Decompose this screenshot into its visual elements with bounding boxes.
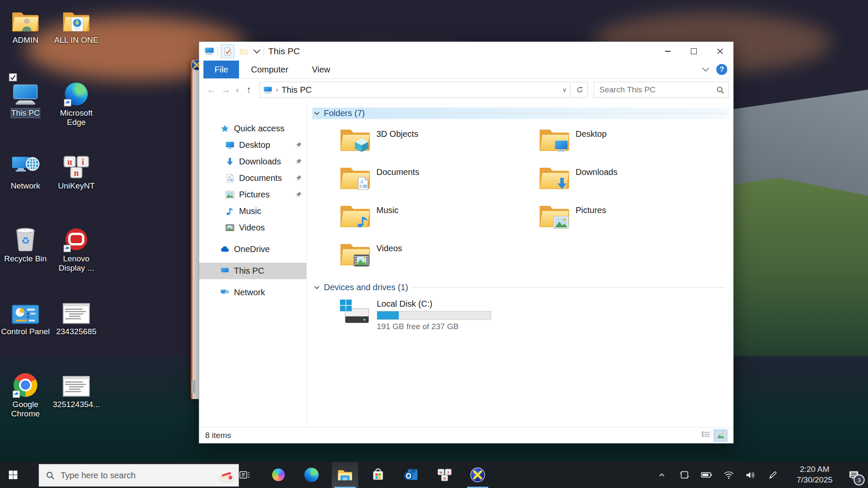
chevron-up-icon — [659, 473, 665, 477]
recent-locations-chevron[interactable]: ∨ — [234, 87, 241, 93]
nav-downloads[interactable]: Downloads — [199, 153, 306, 170]
microsoft-store-icon — [371, 468, 385, 482]
large-icons-view-button[interactable] — [714, 430, 727, 441]
desktop-icon-admin[interactable]: ADMIN — [0, 6, 51, 78]
nav-documents[interactable]: Documents — [199, 170, 306, 186]
expand-ribbon-chevron-icon[interactable] — [702, 67, 709, 72]
desktop-icon-lenovo-display[interactable]: Lenovo Display ... — [51, 224, 102, 297]
desktop-icon-network[interactable]: Network — [0, 151, 51, 224]
start-button[interactable] — [0, 462, 26, 488]
folder-tile-desktop[interactable]: Desktop — [512, 126, 711, 163]
taskbar-app-x[interactable] — [465, 462, 491, 488]
nav-quick-access[interactable]: Quick access — [199, 120, 306, 137]
background-window-scrollbar[interactable] — [192, 380, 195, 393]
explorer-search-input[interactable] — [598, 85, 716, 95]
taskbar-app-store[interactable] — [365, 462, 391, 488]
taskbar-clock[interactable]: 2:20 AM 7/30/2025 — [789, 462, 840, 488]
disk-free-text: 191 GB free of 237 GB — [377, 322, 491, 331]
back-button[interactable]: ← — [205, 84, 218, 95]
tab-computer[interactable]: Computer — [239, 61, 300, 78]
tab-view[interactable]: View — [300, 61, 342, 78]
desktop-icon-microsoft-edge[interactable]: Microsoft Edge — [51, 78, 102, 151]
wifi-icon — [723, 471, 734, 479]
folder-tile-pictures[interactable]: Pictures — [512, 202, 711, 239]
collapse-chevron-icon[interactable] — [314, 286, 320, 289]
computer-icon — [220, 266, 229, 275]
title-bar[interactable]: This PC — [199, 42, 733, 61]
drive-tile-local-disk-c[interactable]: Local Disk (C:) 191 GB free of 237 GB — [312, 299, 729, 331]
folder-tile-documents[interactable]: Documents — [312, 164, 512, 201]
desktop-icon-recycle-bin[interactable]: Recycle Bin — [0, 224, 51, 297]
ribbon-tabs: File Computer View ? — [199, 61, 733, 79]
forward-button[interactable]: → — [220, 84, 232, 95]
minimize-button[interactable] — [654, 42, 681, 61]
nav-this-pc[interactable]: This PC — [199, 263, 306, 279]
task-view-button[interactable] — [233, 462, 257, 488]
lenovo-display-icon — [64, 224, 88, 251]
breadcrumb-location[interactable]: This PC — [281, 85, 312, 95]
taskbar-app-unikey[interactable] — [431, 462, 458, 488]
pin-icon — [295, 158, 302, 165]
tray-volume[interactable] — [740, 462, 761, 488]
edge-logo-icon — [304, 468, 319, 482]
taskbar-search-box[interactable] — [39, 464, 239, 487]
tray-tablet-mode[interactable] — [674, 462, 695, 488]
refresh-button[interactable] — [572, 82, 588, 98]
selection-checkbox-icon — [9, 73, 17, 81]
battery-icon — [701, 471, 712, 478]
hard-drive-icon — [339, 299, 371, 327]
folder-tile-music[interactable]: Music — [312, 202, 512, 239]
help-button[interactable]: ? — [716, 64, 727, 75]
star-icon — [220, 124, 229, 133]
desktop-icon-unikeynt[interactable]: UniKeyNT — [51, 151, 102, 224]
maximize-button[interactable] — [681, 42, 707, 61]
desktop-icon-325124354[interactable]: 325124354... — [51, 370, 102, 443]
nav-videos[interactable]: Videos — [199, 219, 306, 236]
desktop-icon-control-panel[interactable]: Control Panel — [0, 297, 51, 370]
tab-file[interactable]: File — [203, 61, 239, 78]
taskbar-search-input[interactable] — [60, 470, 213, 481]
taskbar-app-file-explorer[interactable] — [332, 462, 358, 488]
copilot-button[interactable] — [266, 462, 291, 488]
tablet-rotation-icon — [679, 470, 690, 480]
desktop-icon-this-pc[interactable]: This PC — [0, 78, 51, 151]
folder-tile-videos[interactable]: Videos — [312, 240, 512, 277]
desktop-icon-234325685[interactable]: 234325685 — [51, 297, 102, 370]
folder-tile-downloads[interactable]: Downloads — [512, 164, 711, 201]
status-bar: 8 items — [199, 427, 733, 443]
nav-desktop[interactable]: Desktop — [199, 137, 306, 153]
collapse-chevron-icon[interactable] — [314, 111, 320, 115]
show-hidden-icons-button[interactable] — [651, 462, 672, 488]
group-header-devices[interactable]: Devices and drives (1) — [312, 282, 729, 293]
customize-toolbar-chevron-icon[interactable] — [253, 49, 261, 54]
edge-logo-icon — [65, 78, 88, 105]
shortcut-arrow-icon — [13, 391, 20, 398]
nav-onedrive[interactable]: OneDrive — [199, 241, 306, 258]
properties-button[interactable] — [221, 44, 234, 58]
clock-time: 2:20 AM — [800, 464, 829, 475]
nav-pictures[interactable]: Pictures — [199, 186, 306, 203]
tray-windows-ink[interactable] — [762, 462, 783, 488]
address-box[interactable]: › This PC ∨ — [259, 82, 570, 98]
windows-flag-icon — [339, 299, 352, 312]
outlook-icon — [403, 467, 419, 482]
keyboard-keys-icon — [63, 151, 89, 178]
nav-music[interactable]: Music — [199, 203, 306, 219]
tray-network[interactable] — [718, 462, 739, 488]
desktop-icon-google-chrome[interactable]: Google Chrome — [0, 370, 51, 443]
new-folder-button[interactable] — [237, 45, 250, 58]
tray-battery[interactable] — [696, 462, 717, 488]
group-header-folders[interactable]: Folders (7) — [312, 108, 729, 119]
nav-network[interactable]: Network — [199, 284, 306, 301]
desktop-icon-grid: ADMIN ALL IN ONE This PC Microsoft Edge … — [0, 6, 102, 443]
details-view-button[interactable] — [699, 430, 712, 441]
explorer-search-box[interactable] — [594, 82, 729, 98]
address-dropdown-chevron[interactable]: ∨ — [562, 86, 567, 93]
up-button[interactable]: ↑ — [242, 84, 255, 95]
folder-tile-3d-objects[interactable]: 3D Objects — [312, 126, 512, 163]
taskbar-app-edge[interactable] — [298, 462, 325, 488]
desktop-icon-all-in-one[interactable]: ALL IN ONE — [51, 6, 102, 78]
taskbar-app-outlook[interactable] — [398, 462, 424, 488]
close-button[interactable] — [707, 42, 733, 61]
notification-center-button[interactable]: 3 — [842, 462, 865, 488]
